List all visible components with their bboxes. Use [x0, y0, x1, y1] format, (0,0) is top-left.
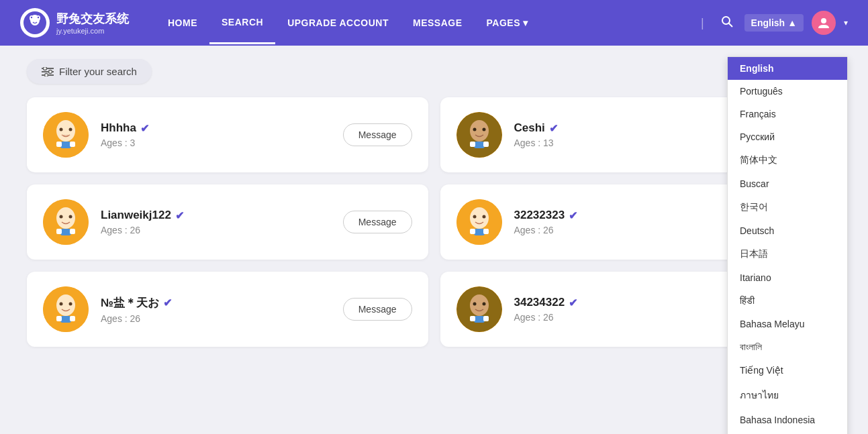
lang-option-german[interactable]: Deutsch	[728, 219, 847, 242]
svg-point-38	[473, 215, 476, 219]
lang-option-portuguese[interactable]: Português	[728, 80, 847, 103]
profile-age: Ages : 26	[514, 225, 744, 235]
nav-search[interactable]: SEARCH	[209, 2, 275, 44]
svg-point-46	[69, 303, 73, 306]
svg-rect-41	[470, 229, 475, 234]
lang-caret-icon: ▲	[787, 17, 797, 28]
verified-icon: ✔	[175, 209, 184, 222]
lang-option-bengali[interactable]: বাংলালি	[728, 335, 847, 359]
verified-icon: ✔	[569, 209, 577, 222]
lang-option-japanese[interactable]: 日本語	[728, 242, 847, 266]
navbar-nav: HOME SEARCH UPGRADE ACCOUNT MESSAGE PAGE…	[156, 2, 695, 44]
message-button[interactable]: Message	[343, 123, 412, 146]
nav-pages[interactable]: PAGES ▾	[475, 3, 540, 43]
svg-point-24	[473, 128, 476, 131]
user-avatar-btn[interactable]	[812, 11, 836, 35]
lang-option-thai[interactable]: ภาษาไทย	[728, 382, 847, 409]
profile-age: Ages : 26	[101, 225, 331, 235]
lang-option-indonesian[interactable]: Bahasa Indonesia	[728, 409, 847, 431]
lang-option-korean[interactable]: 한국어	[728, 195, 847, 219]
svg-point-14	[45, 73, 48, 76]
lang-option-malay[interactable]: Bahasa Melayu	[728, 313, 847, 335]
user-caret-icon[interactable]: ▾	[844, 18, 848, 28]
profile-info: Hhhha ✔ Ages : 3	[101, 121, 331, 148]
profile-age: Ages : 3	[101, 138, 331, 148]
filter-search-button[interactable]: Filter your search	[27, 59, 152, 84]
svg-point-37	[470, 207, 489, 229]
svg-point-12	[44, 67, 47, 70]
nav-home[interactable]: HOME	[156, 3, 209, 43]
profile-grid: Hhhha ✔ Ages : 3 Message	[27, 97, 841, 347]
profile-age: Ages : 26	[101, 313, 331, 324]
svg-point-52	[473, 303, 476, 306]
brand-logo	[20, 8, 50, 38]
lang-option-vietnamese[interactable]: Tiếng Việt	[728, 359, 847, 382]
svg-rect-56	[483, 316, 489, 321]
svg-point-30	[56, 207, 75, 229]
profile-card: Lianweikj122 ✔ Ages : 26 Message	[27, 184, 428, 260]
nav-divider: |	[695, 16, 710, 30]
avatar	[43, 286, 89, 332]
profile-age: Ages : 26	[514, 312, 744, 323]
svg-rect-26	[474, 142, 485, 148]
search-icon[interactable]	[718, 12, 736, 34]
brand[interactable]: 野兔交友系统 jy.yetukeji.com	[20, 8, 129, 38]
lang-option-buscar[interactable]: Buscar	[728, 172, 847, 195]
profile-name: Ceshi ✔	[514, 121, 744, 135]
avatar	[43, 199, 89, 245]
profile-info: 32232323 ✔ Ages : 26	[514, 209, 744, 235]
svg-point-39	[482, 215, 485, 219]
nav-message[interactable]: MESSAGE	[401, 3, 475, 43]
message-button[interactable]: Message	[343, 211, 412, 233]
profile-name: 34234322 ✔	[514, 296, 744, 309]
svg-rect-48	[56, 316, 62, 321]
avatar	[456, 112, 502, 158]
profile-info: №盐＊天お ✔ Ages : 26	[101, 295, 331, 324]
verified-icon: ✔	[569, 296, 577, 309]
profile-age: Ages : 13	[514, 138, 744, 148]
language-dropdown: English Português Français Русский 简体中文 …	[727, 56, 848, 434]
svg-line-7	[728, 23, 732, 27]
navbar: 野兔交友系统 jy.yetukeji.com HOME SEARCH UPGRA…	[0, 0, 868, 46]
lang-option-hindi[interactable]: हिंडी	[728, 289, 847, 313]
lang-option-russian[interactable]: Русский	[728, 125, 847, 148]
svg-rect-47	[60, 316, 71, 323]
svg-point-53	[482, 303, 485, 306]
filter-label: Filter your search	[59, 66, 137, 77]
nav-upgrade[interactable]: UPGRADE ACCOUNT	[275, 3, 401, 43]
svg-rect-55	[470, 316, 475, 321]
svg-rect-19	[60, 142, 71, 148]
svg-point-17	[60, 128, 63, 131]
svg-rect-42	[483, 229, 489, 234]
svg-point-8	[821, 18, 826, 23]
svg-point-25	[482, 128, 485, 131]
profile-name: Lianweikj122 ✔	[101, 209, 331, 222]
svg-rect-54	[474, 316, 485, 323]
svg-point-18	[69, 128, 73, 131]
svg-point-4	[31, 17, 32, 18]
lang-option-turkish[interactable]: Türkçe	[728, 431, 847, 434]
brand-title: 野兔交友系统	[56, 11, 129, 27]
avatar	[456, 286, 502, 332]
message-button[interactable]: Message	[343, 298, 412, 321]
profile-card: Hhhha ✔ Ages : 3 Message	[27, 97, 428, 172]
verified-icon: ✔	[140, 122, 149, 135]
profile-info: Ceshi ✔ Ages : 13	[514, 121, 744, 148]
svg-point-6	[722, 17, 730, 24]
current-language: English	[751, 17, 785, 28]
navbar-right: | English ▲ ▾ English Português Français…	[695, 11, 848, 35]
lang-option-simplified-chinese[interactable]: 简体中文	[728, 148, 847, 172]
svg-point-5	[38, 17, 39, 18]
svg-rect-28	[483, 142, 489, 147]
avatar	[43, 112, 89, 158]
language-selector[interactable]: English ▲	[744, 14, 804, 32]
svg-rect-34	[56, 229, 62, 234]
profile-name: Hhhha ✔	[101, 121, 331, 135]
lang-option-french[interactable]: Français	[728, 103, 847, 125]
lang-option-italian[interactable]: Itariano	[728, 266, 847, 289]
svg-point-16	[56, 120, 75, 142]
svg-rect-20	[56, 142, 62, 147]
svg-point-32	[69, 215, 73, 219]
lang-option-english[interactable]: English	[728, 57, 847, 80]
profile-info: Lianweikj122 ✔ Ages : 26	[101, 209, 331, 235]
